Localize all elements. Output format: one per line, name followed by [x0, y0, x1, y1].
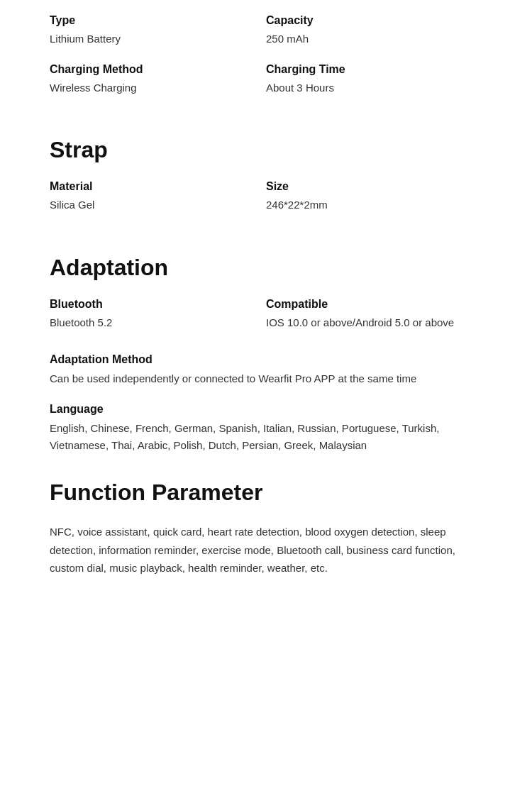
strap-section: Strap Material Silica Gel Size 246*22*2m…	[50, 137, 482, 229]
language-label: Language	[50, 403, 482, 416]
adaptation-method-item: Adaptation Method Can be used independen…	[50, 353, 482, 387]
function-section: Function Parameter NFC, voice assistant,…	[50, 480, 482, 577]
type-label: Type	[50, 14, 266, 27]
adaptation-section: Adaptation Bluetooth Bluetooth 5.2 Compa…	[50, 255, 482, 455]
function-value: NFC, voice assistant, quick card, heart …	[50, 523, 482, 577]
capacity-value: 250 mAh	[266, 31, 482, 48]
material-value: Silica Gel	[50, 197, 266, 214]
compatible-label: Compatible	[266, 298, 482, 311]
type-value: Lithium Battery	[50, 31, 266, 48]
size-value: 246*22*2mm	[266, 197, 482, 214]
language-item: Language English, Chinese, French, Germa…	[50, 403, 482, 454]
size-label: Size	[266, 180, 482, 193]
material-label: Material	[50, 180, 266, 193]
adaptation-method-value: Can be used independently or connected t…	[50, 370, 482, 387]
strap-title: Strap	[50, 137, 482, 163]
compatible-value: IOS 10.0 or above/Android 5.0 or above	[266, 315, 482, 331]
adaptation-title: Adaptation	[50, 255, 482, 281]
bluetooth-item: Bluetooth Bluetooth 5.2	[50, 298, 266, 331]
bluetooth-value: Bluetooth 5.2	[50, 315, 266, 331]
charging-method-value: Wireless Charging	[50, 80, 266, 96]
size-item: Size 246*22*2mm	[266, 180, 482, 214]
capacity-item: Capacity 250 mAh	[266, 14, 482, 48]
charging-time-value: About 3 Hours	[266, 80, 482, 96]
language-value: English, Chinese, French, German, Spanis…	[50, 420, 482, 454]
capacity-label: Capacity	[266, 14, 482, 27]
charging-method-label: Charging Method	[50, 63, 266, 76]
charging-time-item: Charging Time About 3 Hours	[266, 63, 482, 96]
charging-method-item: Charging Method Wireless Charging	[50, 63, 266, 96]
charging-time-label: Charging Time	[266, 63, 482, 76]
bluetooth-label: Bluetooth	[50, 298, 266, 311]
compatible-item: Compatible IOS 10.0 or above/Android 5.0…	[266, 298, 482, 331]
material-item: Material Silica Gel	[50, 180, 266, 214]
type-item: Type Lithium Battery	[50, 14, 266, 48]
function-title: Function Parameter	[50, 480, 482, 506]
adaptation-method-label: Adaptation Method	[50, 353, 482, 366]
battery-section: Type Lithium Battery Capacity 250 mAh Ch…	[50, 14, 482, 111]
